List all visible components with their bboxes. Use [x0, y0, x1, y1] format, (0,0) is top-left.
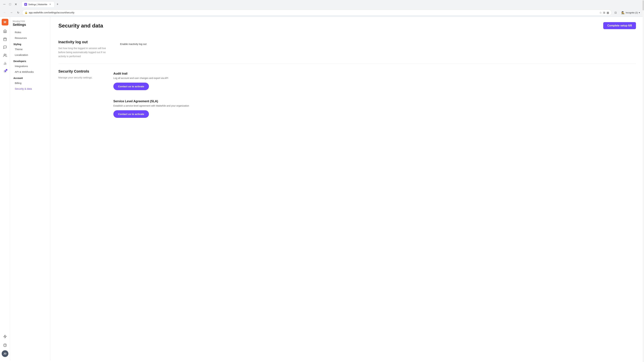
incognito-label: Incognito (2)	[626, 11, 638, 14]
active-tab[interactable]: M Settings | Waitwhile ✕	[22, 1, 54, 7]
right-scrollbar[interactable]	[643, 0, 644, 360]
nav-sidebar: Moodjoy7434 Settings Roles Resources Sty…	[10, 17, 50, 360]
lock-icon: 🔒	[25, 11, 28, 14]
browser-extra-icons: ⊡ 🕵 Incognito (2) ▾	[613, 10, 642, 15]
svg-marker-10	[4, 335, 6, 338]
feature-group: Audit trail Log all account and user cha…	[113, 69, 636, 120]
security-controls-right: Audit trail Log all account and user cha…	[113, 69, 636, 120]
icon-sidebar-bottom: JD	[1, 333, 9, 358]
sidebar-item-integrations[interactable]: Integrations	[12, 63, 49, 69]
address-bar-icons: ☆ ⊞ ▦	[600, 11, 609, 14]
sidebar-item-roles[interactable]: Roles	[12, 29, 49, 35]
page-title: Security and data	[58, 23, 103, 29]
help-nav-icon[interactable]	[1, 342, 9, 349]
audit-trail-description: Log all account and user changes and exp…	[113, 76, 636, 80]
sidebar-item-localization[interactable]: Localization	[12, 52, 49, 58]
back-button[interactable]: ←	[2, 10, 8, 15]
maximize-button[interactable]: □	[8, 2, 12, 7]
page-header: Security and data Complete setup 6/8	[58, 22, 636, 29]
app-layout: M	[0, 17, 644, 360]
complete-setup-button[interactable]: Complete setup 6/8	[603, 22, 636, 29]
sla-description: Establish a service-level agreement with…	[113, 104, 636, 108]
users-nav-icon[interactable]	[1, 52, 9, 59]
sidebar-item-api-webhooks[interactable]: API & Webhooks	[12, 69, 49, 75]
nav-sidebar-header: Moodjoy7434 Settings	[10, 19, 50, 29]
sidebar-item-resources[interactable]: Resources	[12, 35, 49, 41]
sla-contact-button[interactable]: Contact us to activate	[113, 110, 149, 118]
inactivity-section-right: Enable inactivity log out	[120, 40, 636, 58]
inactivity-heading: Inactivity log out	[58, 40, 112, 44]
sla-title: Service Level Agreement (SLA)	[113, 99, 636, 103]
svg-point-9	[4, 70, 6, 72]
security-controls-description: Manage your security settings.	[58, 76, 105, 80]
icon-sidebar-top: M	[1, 19, 9, 75]
inactivity-toggle-row: Enable inactivity log out	[120, 40, 636, 48]
tab-title: Settings | Waitwhile	[28, 3, 47, 6]
inactivity-toggle-label: Enable inactivity log out	[120, 42, 146, 45]
styling-section-label: Styling	[10, 41, 50, 46]
home-nav-icon[interactable]	[1, 27, 9, 35]
close-button[interactable]: ✕	[14, 2, 18, 7]
developers-section-label: Developers	[10, 58, 50, 63]
forward-button[interactable]: →	[9, 10, 14, 15]
browser-nav: ← → ↻ 🔒 app.waitwhile.com/settings/accou…	[0, 8, 644, 16]
sidebar-item-theme[interactable]: Theme	[12, 46, 49, 52]
analytics-nav-icon[interactable]	[1, 60, 9, 67]
scrollbar-thumb	[643, 0, 644, 10]
account-section-label: Account	[10, 75, 50, 80]
minimize-button[interactable]: ─	[2, 2, 7, 7]
user-avatar-initials: JD	[4, 352, 6, 355]
address-bar[interactable]: 🔒 app.waitwhile.com/settings/account/sec…	[22, 9, 612, 15]
inactivity-section-left: Inactivity log out Set how long the logg…	[58, 40, 112, 58]
account-name: Moodjoy7434	[13, 20, 48, 22]
sla-card: Service Level Agreement (SLA) Establish …	[113, 97, 636, 120]
security-controls-section: Security Controls Manage your security s…	[58, 64, 636, 126]
inactivity-description: Set how long the logged in session will …	[58, 46, 112, 58]
avatar-letter: M	[4, 20, 6, 24]
extensions-icon[interactable]: ⊞	[603, 11, 605, 14]
refresh-button[interactable]: ↻	[16, 10, 21, 15]
notifications-nav-icon[interactable]	[1, 68, 9, 75]
browser-chrome: ─ □ ✕ M Settings | Waitwhile ✕ + ← → ↻ 🔒…	[0, 0, 644, 17]
main-content: Security and data Complete setup 6/8 Ina…	[50, 17, 644, 360]
tab-close-button[interactable]: ✕	[49, 3, 52, 6]
browser-window-controls: ─ □ ✕	[2, 2, 18, 7]
audit-trail-title: Audit trail	[113, 72, 636, 75]
sidebar-item-billing[interactable]: Billing	[12, 80, 49, 86]
incognito-chevron: ▾	[639, 11, 640, 14]
security-controls-left: Security Controls Manage your security s…	[58, 69, 105, 120]
browser-titlebar: ─ □ ✕ M Settings | Waitwhile ✕ +	[0, 0, 644, 8]
url-text: app.waitwhile.com/settings/account/secur…	[29, 11, 598, 14]
icon-sidebar: M	[0, 17, 10, 360]
messages-nav-icon[interactable]	[1, 43, 9, 51]
svg-rect-0	[4, 38, 6, 41]
audit-trail-card: Audit trail Log all account and user cha…	[113, 69, 636, 93]
settings-title: Settings	[13, 23, 48, 27]
tab-favicon: M	[24, 3, 27, 6]
inactivity-section: Inactivity log out Set how long the logg…	[58, 34, 636, 64]
security-controls-heading: Security Controls	[58, 69, 105, 73]
new-tab-button[interactable]: +	[55, 2, 60, 6]
audit-trail-contact-button[interactable]: Contact us to activate	[113, 83, 149, 90]
incognito-badge[interactable]: 🕵 Incognito (2) ▾	[619, 10, 642, 15]
calendar-nav-icon[interactable]	[1, 35, 9, 43]
tab-bar: M Settings | Waitwhile ✕ +	[20, 1, 62, 7]
incognito-icon: 🕵	[621, 11, 625, 14]
account-avatar[interactable]: M	[2, 19, 8, 25]
extensions-button[interactable]: ⊡	[613, 10, 618, 15]
star-icon[interactable]: ☆	[600, 11, 602, 14]
svg-point-4	[4, 54, 5, 55]
user-avatar[interactable]: JD	[2, 350, 8, 357]
sidebar-item-security-data[interactable]: Security & data	[12, 86, 49, 91]
lightning-nav-icon[interactable]	[1, 333, 9, 340]
sidebar-toggle-icon[interactable]: ▦	[606, 11, 609, 14]
